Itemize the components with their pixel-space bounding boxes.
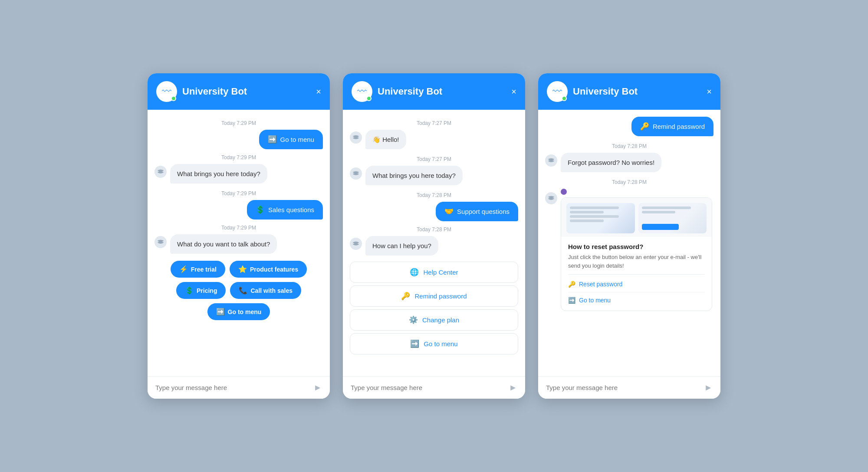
timestamp: Today 7:29 PM [155,190,323,197]
online-dot-3 [562,96,567,101]
chat-window-3: 〰 University Bot × 🔑 Remind password Tod… [538,73,720,399]
message-input-2[interactable] [351,384,509,391]
go-to-menu-action[interactable]: ➡️ Go to menu [568,292,705,308]
message-input-1[interactable] [155,384,313,391]
arrow-icon: ➡️ [568,297,575,304]
wave-icon-1: 〰 [162,86,171,97]
btn-label: Remind password [414,292,467,300]
arrow-right-icon: ➡️ [410,339,419,348]
bot-bubble: What do you want to talk about? [170,234,277,254]
message-input-3[interactable] [546,384,704,391]
card-line [570,206,619,209]
chat-header-1: 〰 University Bot × [148,73,330,110]
bot-icon [350,238,362,250]
user-bubble-text: Sales questions [268,206,314,213]
user-bubble: 💲 Sales questions [247,200,323,220]
bot-bubble: What brings you here today? [170,164,267,184]
chat-footer-3: ► [538,376,720,399]
online-dot-2 [366,96,372,101]
action-label: Reset password [579,281,622,288]
btn-label: Call with sales [250,287,292,294]
chat-header-2: 〰 University Bot × [343,73,525,110]
article-card: How to reset password? Just click the bu… [561,197,712,311]
globe-icon: 🌐 [410,268,419,277]
product-features-button[interactable]: ⭐ Product features [230,261,307,278]
menu-buttons-group: 🌐 Help Center 🔑 Remind password ⚙️ Chang… [350,262,518,355]
timestamp: Today 7:27 PM [350,156,518,162]
wave-icon-2: 〰 [357,86,367,97]
pricing-button[interactable]: 💲 Pricing [176,282,226,299]
btn-label: Go to menu [424,340,457,347]
bot-row: How can I help you? [350,236,518,256]
user-bubble-text: Support questions [457,208,510,215]
bot-avatar-1: 〰 [156,81,177,102]
close-button-1[interactable]: × [316,87,321,96]
bot-row: 👋 Hello! [350,130,518,149]
action-label: Go to menu [579,297,611,304]
bot-row: Forgot password? No worries! [545,153,713,172]
help-center-button[interactable]: 🌐 Help Center [350,262,518,283]
send-button-1[interactable]: ► [313,383,322,393]
menu-icon: ➡️ [268,135,277,144]
timestamp: Today 7:28 PM [545,143,713,149]
timestamp: Today 7:28 PM [350,226,518,233]
bot-icon [350,131,362,144]
bot-bubble: How can I help you? [365,236,438,256]
card-content: How to reset password? Just click the bu… [561,237,712,311]
bot-bubble: Forgot password? No worries! [561,153,661,172]
timestamp: Today 7:29 PM [155,154,323,161]
go-to-menu-button-2[interactable]: ➡️ Go to menu [350,333,518,354]
chat-body-1: Today 7:29 PM ➡️ Go to menu Today 7:29 P… [148,110,330,376]
handshake-icon: 🤝 [444,207,454,216]
gear-icon: ⚙️ [409,315,418,324]
bot-icon [350,167,362,180]
bot-row: What do you want to talk about? [155,234,323,254]
free-trial-button[interactable]: ⚡ Free trial [171,261,225,278]
card-description: Just click the button below an enter you… [568,253,705,270]
timestamp: Today 7:28 PM [545,179,713,185]
purple-dot [561,189,567,195]
user-bubble-text: Go to menu [280,136,314,143]
user-bubble-text: Remind password [653,123,705,130]
reset-password-action[interactable]: 🔑 Reset password [568,276,705,292]
bot-avatar-2: 〰 [352,81,372,102]
btn-label: Change plan [422,316,459,324]
dollar-icon: 💲 [256,205,265,214]
card-blue-button [642,224,679,230]
chat-window-2: 〰 University Bot × Today 7:27 PM 👋 Hello… [343,73,525,399]
key-icon: 🔑 [568,281,575,288]
header-title-1: University Bot [182,86,311,97]
phone-icon: 📞 [239,286,247,295]
btn-label: Free trial [191,266,217,273]
btn-label: Go to menu [228,308,262,315]
change-plan-button[interactable]: ⚙️ Change plan [350,309,518,331]
timestamp: Today 7:29 PM [155,120,323,126]
arrow-icon: ➡️ [216,308,225,316]
card-actions: 🔑 Reset password ➡️ Go to menu [568,274,705,308]
card-title: How to reset password? [568,243,705,250]
user-bubble: ➡️ Go to menu [259,130,323,149]
card-images [561,198,712,237]
online-dot-1 [171,96,176,101]
bot-bubble: What brings you here today? [365,166,463,185]
lightning-icon: ⚡ [179,265,188,273]
card-line [642,211,676,213]
card-line [570,220,604,222]
call-with-sales-button[interactable]: 📞 Call with sales [230,282,301,299]
chat-body-3: 🔑 Remind password Today 7:28 PM Forgot p… [538,110,720,376]
send-button-2[interactable]: ► [509,383,517,393]
go-to-menu-button[interactable]: ➡️ Go to menu [207,303,270,320]
remind-password-button[interactable]: 🔑 Remind password [350,285,518,307]
chat-footer-2: ► [343,376,525,399]
bot-icon [545,192,557,204]
btn-label: Product features [250,266,298,273]
close-button-3[interactable]: × [707,87,712,96]
send-button-3[interactable]: ► [704,383,713,393]
bot-bubble: 👋 Hello! [365,130,406,149]
close-button-2[interactable]: × [511,87,516,96]
bot-row: What brings you here today? [155,164,323,184]
timestamp: Today 7:27 PM [350,120,518,126]
key-icon: 🔑 [401,292,410,301]
bot-row-card: How to reset password? Just click the bu… [545,189,713,311]
chat-footer-1: ► [148,376,330,399]
